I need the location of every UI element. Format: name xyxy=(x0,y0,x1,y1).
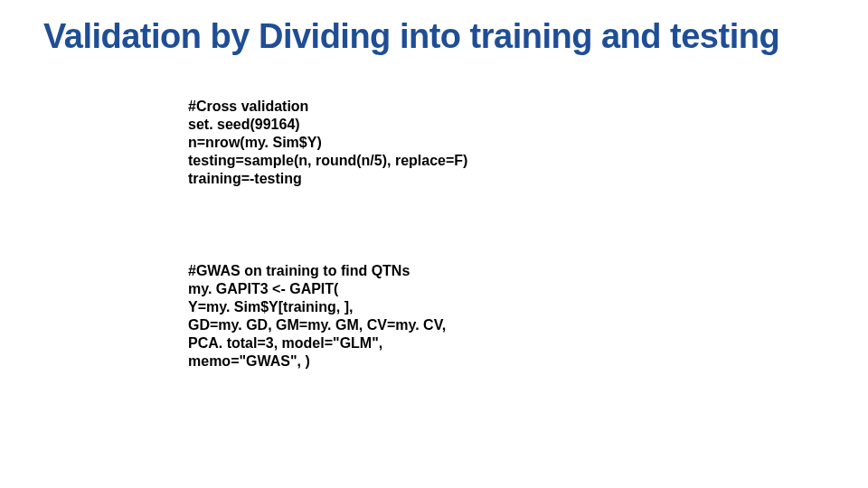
code-block-gwas: #GWAS on training to find QTNs my. GAPIT… xyxy=(188,262,446,371)
slide: Validation by Dividing into training and… xyxy=(0,0,868,488)
slide-title: Validation by Dividing into training and… xyxy=(43,18,850,56)
code-block-cross-validation: #Cross validation set. seed(99164) n=nro… xyxy=(188,98,467,188)
